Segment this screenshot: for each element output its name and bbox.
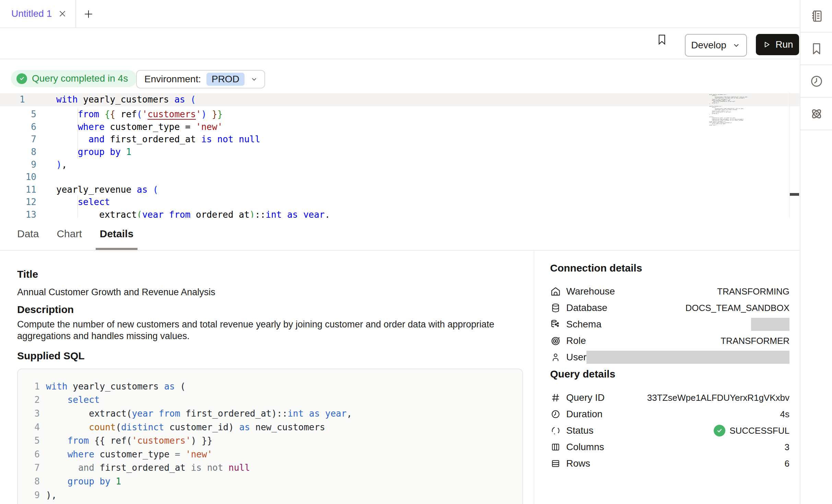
code-text: where customer_type = 'new': [46, 449, 212, 459]
lineage-icon: [809, 107, 824, 121]
line-number: 9: [18, 490, 40, 500]
redacted-value: [751, 318, 789, 331]
environment-selector[interactable]: Environment: PROD: [136, 70, 265, 88]
notebook-icon: [809, 9, 824, 23]
minimap[interactable]: with yearly_customers as ( select extrac…: [709, 94, 750, 134]
line-number: 8: [18, 476, 40, 487]
tab-bar: Untitled 1: [0, 0, 800, 28]
row-value: DOCS_TEAM_SANDBOX: [686, 303, 789, 313]
code-line: 7 and first_ordered_at is not null: [18, 461, 522, 475]
status-row: StatusSUCCESSFUL: [550, 422, 789, 439]
row-label: Columns: [566, 442, 604, 453]
hash-icon: [550, 392, 561, 403]
minimap-code: with yearly_customers as ( select extrac…: [709, 94, 723, 126]
supplied-sql-heading: Supplied SQL: [17, 350, 85, 362]
query-details-heading: Query details: [550, 368, 615, 380]
code-text: from {{ ref('customers') }}: [46, 435, 212, 446]
row-label: Role: [566, 335, 586, 346]
line-number: 7: [18, 463, 40, 473]
sql-editor[interactable]: 1 with yearly_customers as ( 5 from {{ r…: [0, 93, 800, 218]
code-text: from {{ ref('customers') }}: [56, 109, 223, 119]
line-number: 12: [0, 197, 36, 207]
sidebar-notebook-button[interactable]: [800, 0, 832, 33]
line-number: 5: [18, 435, 40, 446]
result-tab-bar: DataChartDetails: [0, 218, 800, 251]
line-number: 8: [0, 147, 36, 157]
code-text: and first_ordered_at is not null: [56, 134, 260, 144]
editor-lines: 5 from {{ ref('customers') }}6 where cus…: [0, 108, 789, 218]
line-number: 10: [0, 172, 36, 182]
sticky-line-number: 1: [20, 94, 25, 105]
new-tab-button[interactable]: [83, 9, 94, 20]
row-value: 6: [785, 458, 789, 469]
status-row: Query completed in 4s Environment: PROD: [0, 59, 800, 93]
row-label: Duration: [566, 409, 603, 420]
environment-badge: PROD: [206, 73, 245, 86]
run-label: Run: [775, 39, 793, 50]
line-number: 5: [0, 109, 36, 119]
code-line: 12 select: [0, 196, 789, 208]
row-label: Rows: [566, 458, 590, 469]
sql-ide-app: Untitled 1 Develop Run: [0, 0, 832, 504]
line-number: 6: [18, 449, 40, 459]
editor-scrollbar-thumb[interactable]: [790, 193, 799, 196]
code-line: 9),: [18, 488, 522, 502]
code-text: count(distinct customer_id) as new_custo…: [46, 422, 325, 432]
sticky-scroll-line: 1 with yearly_customers as (: [0, 93, 800, 106]
code-line: 5 from {{ ref('customers') }}: [18, 434, 522, 447]
line-number: 9: [0, 159, 36, 170]
description-heading: Description: [17, 304, 74, 315]
row-value: 4s: [780, 409, 789, 420]
tab-details[interactable]: Details: [96, 218, 138, 250]
redacted-value: [586, 351, 789, 364]
code-line: 1with yearly_customers as (: [18, 380, 522, 393]
chevron-down-icon: [250, 75, 258, 83]
editor-scrollbar[interactable]: [789, 93, 799, 218]
tab-data[interactable]: Data: [13, 218, 43, 250]
rows-row: Rows6: [550, 455, 789, 472]
code-text: and first_ordered_at is not null: [46, 463, 250, 473]
code-line: 8 group by 1: [0, 146, 789, 158]
run-button[interactable]: Run: [756, 34, 799, 55]
code-text: ),: [56, 159, 67, 170]
develop-dropdown[interactable]: Develop: [685, 34, 747, 57]
row-value: 3: [785, 442, 789, 453]
code-text: group by 1: [46, 476, 121, 487]
query-status-text: Query completed in 4s: [32, 73, 128, 84]
supplied-sql-lines: 1with yearly_customers as (2 select3 ext…: [18, 380, 522, 504]
spinner-icon: [550, 425, 561, 436]
row-label: Schema: [566, 319, 602, 330]
duration-row: Duration4s: [550, 406, 789, 422]
code-line: 3 extract(year from first_ordered_at)::i…: [18, 407, 522, 420]
chevron-down-icon: [732, 41, 741, 50]
row-value: SUCCESSFUL: [729, 425, 789, 436]
code-line: 8 group by 1: [18, 475, 522, 488]
row-label: Database: [566, 302, 607, 313]
code-text: extract(year from ordered_at)::int as ye…: [56, 209, 330, 218]
code-text: where customer_type = 'new': [56, 122, 223, 132]
row-label: Status: [566, 425, 593, 436]
query-rows: Query ID33TZseWpe1ALFDUYerxR1gVKxbvDurat…: [550, 389, 789, 472]
row-label: User: [566, 352, 586, 363]
sidebar-history-button[interactable]: [800, 65, 832, 98]
row-value: 33TZseWpe1ALFDUYerxR1gVKxbv: [647, 393, 789, 403]
tab-divider: [75, 0, 76, 27]
code-text: select: [56, 197, 110, 207]
title-heading: Title: [17, 268, 38, 280]
line-number: 1: [18, 381, 40, 392]
close-icon[interactable]: [58, 9, 67, 18]
sticky-line-code: with yearly_customers as (: [56, 94, 196, 105]
schema-icon: [550, 319, 561, 330]
tab-chart[interactable]: Chart: [52, 218, 86, 250]
bookmark-icon[interactable]: [656, 32, 668, 47]
role-row: RoleTRANSFORMER: [550, 333, 789, 349]
tab-untitled-1[interactable]: Untitled 1: [11, 0, 67, 27]
title-value: Annual Customer Growth and Revenue Analy…: [17, 286, 215, 298]
develop-label: Develop: [691, 40, 726, 51]
warehouse-icon: [550, 286, 561, 297]
columns-row: Columns3: [550, 439, 789, 455]
line-number: 13: [0, 209, 36, 218]
code-line: 9),: [0, 158, 789, 171]
sidebar-lineage-button[interactable]: [800, 98, 832, 130]
sidebar-bookmark-button[interactable]: [800, 33, 832, 65]
